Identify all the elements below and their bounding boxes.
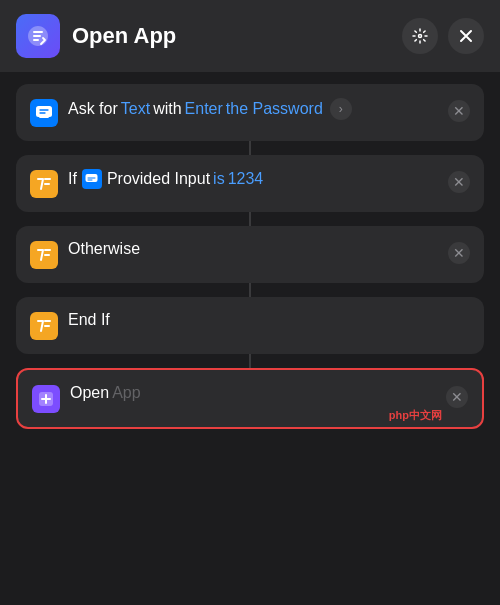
connector-4 <box>249 354 251 368</box>
text-word[interactable]: Text <box>121 100 150 118</box>
otherwise-block: Otherwise ✕ <box>16 226 484 283</box>
navigate-arrow[interactable]: › <box>330 98 352 120</box>
provided-input-icon <box>82 169 102 189</box>
open-content: Open App <box>70 384 436 402</box>
remove-open-button[interactable]: ✕ <box>446 386 468 408</box>
app-header: Open App <box>0 0 500 72</box>
message-icon <box>30 99 58 127</box>
workflow-content: Ask for Text with Enter the Password › ✕… <box>0 72 500 605</box>
with-word: with <box>153 100 181 118</box>
ask-for-block: Ask for Text with Enter the Password › ✕ <box>16 84 484 141</box>
otherwise-icon <box>30 241 58 269</box>
if-block: If Provided Input is 1234 ✕ <box>16 155 484 212</box>
open-word: Open <box>70 384 109 402</box>
header-controls <box>402 18 484 54</box>
app-placeholder[interactable]: App <box>112 384 140 402</box>
otherwise-content: Otherwise <box>68 240 438 258</box>
password-word[interactable]: the Password <box>226 100 323 118</box>
otherwise-word: Otherwise <box>68 240 140 258</box>
svg-point-0 <box>419 35 422 38</box>
value-word[interactable]: 1234 <box>228 170 264 188</box>
app-icon <box>16 14 60 58</box>
connector-1 <box>249 141 251 155</box>
if-word: If <box>68 170 77 188</box>
watermark: php中文网 <box>389 408 442 423</box>
end-if-block: End If <box>16 297 484 354</box>
connector-3 <box>249 283 251 297</box>
provided-input-word: Provided Input <box>107 170 210 188</box>
ask-word: Ask for <box>68 100 118 118</box>
open-app-icon <box>32 385 60 413</box>
end-if-icon <box>30 312 58 340</box>
if-content: If Provided Input is 1234 <box>68 169 438 189</box>
open-app-block[interactable]: Open App ✕ php中文网 <box>16 368 484 429</box>
remove-if-button[interactable]: ✕ <box>448 171 470 193</box>
end-if-word: End If <box>68 311 110 329</box>
settings-button[interactable] <box>402 18 438 54</box>
end-if-content: End If <box>68 311 470 329</box>
enter-word[interactable]: Enter <box>185 100 223 118</box>
remove-ask-for-button[interactable]: ✕ <box>448 100 470 122</box>
is-word[interactable]: is <box>213 170 225 188</box>
page-title: Open App <box>72 23 390 49</box>
if-icon <box>30 170 58 198</box>
connector-2 <box>249 212 251 226</box>
remove-otherwise-button[interactable]: ✕ <box>448 242 470 264</box>
close-button[interactable] <box>448 18 484 54</box>
ask-for-content: Ask for Text with Enter the Password › <box>68 98 438 120</box>
